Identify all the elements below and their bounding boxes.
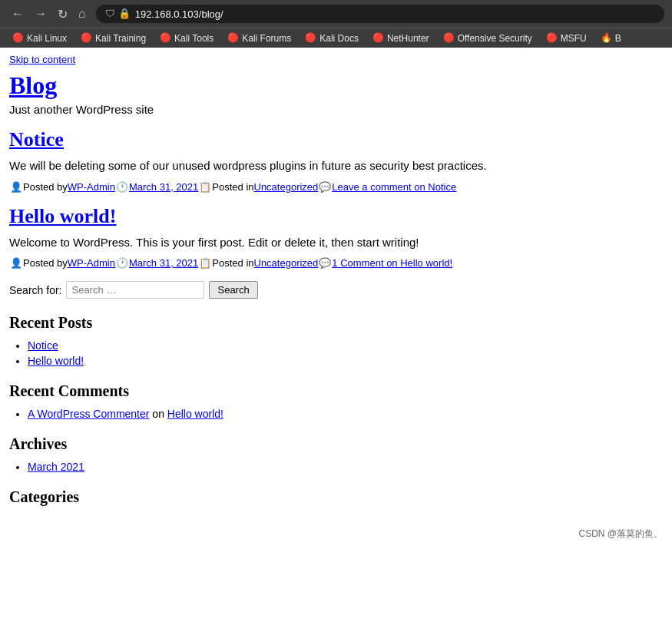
archives-section: Archives March 2021 — [9, 435, 663, 473]
recent-post-notice[interactable]: Notice — [28, 339, 58, 352]
categories-section: Categories — [9, 488, 663, 506]
nethunter-favicon: 🔴 — [372, 32, 384, 44]
list-item: Hello world! — [28, 355, 663, 367]
kali-forums-favicon: 🔴 — [227, 32, 239, 44]
list-item: A WordPress Commenter on Hello world! — [28, 408, 663, 420]
archives-list: March 2021 — [9, 461, 663, 473]
post-hello-comment-link[interactable]: 1 Comment on Hello world! — [332, 257, 452, 269]
bookmark-nethunter-label: NetHunter — [387, 33, 429, 44]
recent-post-hello[interactable]: Hello world! — [28, 355, 84, 367]
recent-posts-section: Recent Posts Notice Hello world! — [9, 314, 663, 367]
home-button[interactable]: ⌂ — [74, 5, 90, 22]
bookmark-kali-linux[interactable]: 🔴 Kali Linux — [6, 31, 73, 45]
date-icon: 🕐 — [116, 181, 128, 193]
bookmark-nethunter[interactable]: 🔴 NetHunter — [366, 31, 435, 45]
bookmarks-bar: 🔴 Kali Linux 🔴 Kali Training 🔴 Kali Tool… — [0, 28, 672, 48]
post-hello-link[interactable]: Hello world! — [9, 205, 116, 227]
posted-by-label: Posted by — [23, 181, 68, 193]
kali-docs-favicon: 🔴 — [305, 32, 316, 44]
date-icon-2: 🕐 — [116, 257, 128, 269]
kali-linux-favicon: 🔴 — [12, 32, 24, 44]
post-hello-author[interactable]: WP-Admin — [68, 257, 115, 269]
archives-heading: Archives — [9, 435, 663, 453]
author-icon: 👤 — [10, 181, 22, 193]
msfu-favicon: 🔴 — [546, 32, 558, 44]
bookmark-kali-docs[interactable]: 🔴 Kali Docs — [299, 31, 365, 45]
posted-in-label-2: Posted in — [212, 257, 253, 269]
forward-button[interactable]: → — [31, 5, 51, 22]
archive-march-2021[interactable]: March 2021 — [28, 461, 84, 473]
recent-comments-list: A WordPress Commenter on Hello world! — [9, 408, 663, 420]
post-notice-comment-link[interactable]: Leave a comment on Notice — [332, 181, 456, 193]
bookmark-kali-forums[interactable]: 🔴 Kali Forums — [221, 31, 297, 45]
bookmark-kali-tools-label: Kali Tools — [174, 33, 214, 44]
bookmark-b[interactable]: 🔥 B — [594, 31, 627, 45]
post-notice-content: We will be deleting some of our unused w… — [9, 157, 663, 175]
post-notice-meta: 👤 Posted by WP-Admin 🕐 March 31, 2021 📋 … — [9, 181, 663, 193]
post-hello-world: Hello world! Welcome to WordPress. This … — [9, 205, 663, 270]
category-icon: 📋 — [199, 181, 211, 193]
kali-tools-favicon: 🔴 — [160, 32, 171, 44]
post-notice: Notice We will be deleting some of our u… — [9, 128, 663, 193]
bookmark-kali-docs-label: Kali Docs — [319, 33, 359, 44]
author-icon-2: 👤 — [10, 257, 22, 269]
kali-training-favicon: 🔴 — [81, 32, 92, 44]
recent-posts-list: Notice Hello world! — [9, 339, 663, 367]
post-hello-content: Welcome to WordPress. This is your first… — [9, 234, 663, 252]
address-text: 192.168.0.103/blog/ — [135, 8, 655, 20]
bookmark-kali-training[interactable]: 🔴 Kali Training — [74, 31, 152, 45]
watermark: CSDN @落莫的鱼、 — [578, 527, 663, 541]
lock-icon: 🔒 — [118, 8, 131, 20]
skip-to-content-link[interactable]: Skip to content — [9, 54, 663, 65]
reload-button[interactable]: ↻ — [54, 5, 71, 23]
recent-posts-heading: Recent Posts — [9, 314, 663, 332]
post-notice-link[interactable]: Notice — [9, 128, 64, 150]
address-bar[interactable]: 🛡 🔒 192.168.0.103/blog/ — [96, 5, 664, 23]
bookmark-msfu[interactable]: 🔴 MSFU — [540, 31, 593, 45]
comment-icon: 💬 — [319, 181, 331, 193]
posted-in-label: Posted in — [212, 181, 253, 193]
bookmark-kali-linux-label: Kali Linux — [27, 33, 67, 44]
post-notice-category[interactable]: Uncategorized — [254, 181, 319, 193]
post-hello-category[interactable]: Uncategorized — [254, 257, 319, 269]
bookmark-b-label: B — [615, 33, 621, 44]
comment-icon-2: 💬 — [319, 257, 331, 269]
search-section: Search for: Search — [9, 281, 663, 299]
post-notice-author[interactable]: WP-Admin — [68, 181, 115, 193]
post-hello-title[interactable]: Hello world! — [9, 205, 663, 228]
blog-subtitle: Just another WordPress site — [9, 103, 663, 116]
list-item: March 2021 — [28, 461, 663, 473]
post-notice-date[interactable]: March 31, 2021 — [129, 181, 198, 193]
post-hello-date[interactable]: March 31, 2021 — [129, 257, 198, 269]
post-hello-meta: 👤 Posted by WP-Admin 🕐 March 31, 2021 📋 … — [9, 257, 663, 269]
b-favicon: 🔥 — [601, 32, 612, 44]
comment-on-text: on — [152, 408, 167, 420]
posted-by-label-2: Posted by — [23, 257, 68, 269]
bookmark-kali-training-label: Kali Training — [95, 33, 146, 44]
bookmark-kali-tools[interactable]: 🔴 Kali Tools — [154, 31, 220, 45]
list-item: Notice — [28, 339, 663, 352]
search-label: Search for: — [9, 284, 61, 296]
post-notice-title[interactable]: Notice — [9, 128, 663, 151]
bookmark-msfu-label: MSFU — [561, 33, 587, 44]
page-content: Skip to content Blog Just another WordPr… — [0, 48, 672, 547]
nav-bar: ← → ↻ ⌂ 🛡 🔒 192.168.0.103/blog/ — [0, 0, 672, 28]
browser-chrome: ← → ↻ ⌂ 🛡 🔒 192.168.0.103/blog/ 🔴 Kali L… — [0, 0, 672, 48]
recent-comments-heading: Recent Comments — [9, 382, 663, 400]
category-icon-2: 📋 — [199, 257, 211, 269]
blog-title[interactable]: Blog — [9, 71, 663, 100]
bookmark-offensive-security[interactable]: 🔴 Offensive Security — [437, 31, 538, 45]
shield-icon: 🛡 — [105, 8, 115, 20]
bookmark-kali-forums-label: Kali Forums — [242, 33, 291, 44]
commenter-link[interactable]: A WordPress Commenter — [28, 408, 149, 420]
commented-post-link[interactable]: Hello world! — [167, 408, 223, 420]
recent-comments-section: Recent Comments A WordPress Commenter on… — [9, 382, 663, 420]
offensive-security-favicon: 🔴 — [443, 32, 455, 44]
bookmark-offensive-security-label: Offensive Security — [458, 33, 532, 44]
search-button[interactable]: Search — [209, 281, 257, 299]
categories-heading: Categories — [9, 488, 663, 506]
back-button[interactable]: ← — [8, 5, 28, 22]
nav-buttons: ← → ↻ ⌂ — [8, 5, 90, 23]
address-icons: 🛡 🔒 — [105, 8, 131, 20]
search-input[interactable] — [66, 281, 204, 299]
